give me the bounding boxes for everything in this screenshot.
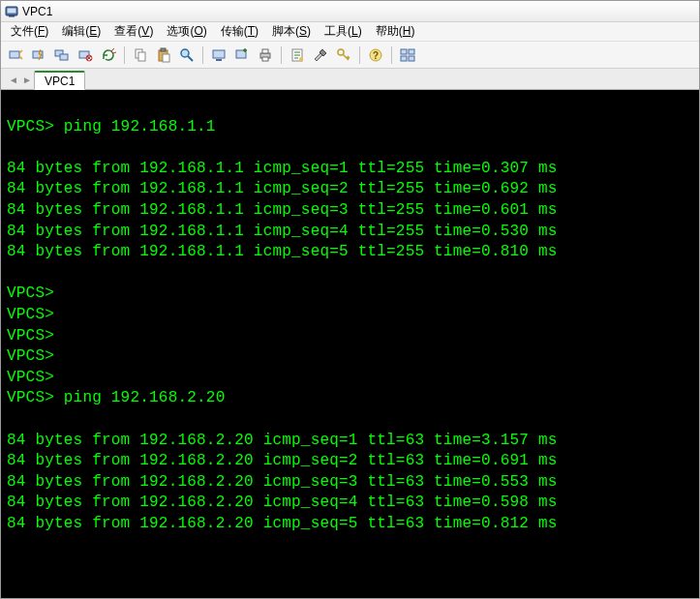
svg-rect-12 [161, 48, 166, 51]
svg-rect-26 [401, 49, 407, 54]
title-bar: VPC1 [1, 1, 699, 22]
svg-rect-13 [163, 54, 169, 62]
toolbar-separator [359, 46, 360, 64]
menu-transfer[interactable]: 传输(T) [215, 21, 264, 42]
tab-label: VPC1 [45, 75, 75, 88]
terminal-line: 84 bytes from 192.168.2.20 icmp_seq=2 tt… [7, 451, 693, 472]
terminal-line: VPCS> [7, 368, 693, 389]
terminal-line: VPCS> ping 192.168.1.1 [7, 117, 693, 138]
menu-tools[interactable]: 工具(L) [319, 21, 368, 42]
svg-rect-27 [409, 49, 414, 54]
disconnect-icon[interactable] [75, 45, 96, 66]
tab-scroll-right-icon[interactable]: ► [20, 70, 34, 89]
svg-rect-16 [216, 59, 222, 61]
tab-vpc1[interactable]: VPC1 [34, 71, 85, 90]
properties-icon[interactable] [287, 45, 308, 66]
menu-options[interactable]: 选项(O) [161, 21, 212, 42]
key-icon[interactable] [333, 45, 354, 66]
terminal-output[interactable]: VPCS> ping 192.168.1.1 84 bytes from 192… [1, 90, 699, 598]
menu-bar: 文件(F) 编辑(E) 查看(V) 选项(O) 传输(T) 脚本(S) 工具(L… [1, 22, 699, 42]
terminal-line: 84 bytes from 192.168.1.1 icmp_seq=3 ttl… [7, 200, 693, 222]
reconnect-all-icon[interactable] [98, 45, 119, 66]
terminal-line: VPCS> [7, 284, 693, 305]
svg-rect-3 [10, 51, 19, 58]
terminal-line: 84 bytes from 192.168.2.20 icmp_seq=4 tt… [7, 493, 693, 514]
terminal-line: 84 bytes from 192.168.1.1 icmp_seq=2 ttl… [7, 179, 693, 200]
terminal-line: 84 bytes from 192.168.1.1 icmp_seq=5 ttl… [7, 242, 693, 263]
terminal-line: 84 bytes from 192.168.2.20 icmp_seq=1 tt… [7, 431, 693, 452]
terminal-line: VPCS> [7, 326, 693, 347]
svg-point-14 [181, 49, 189, 57]
toolbar-separator [124, 46, 125, 64]
svg-point-22 [299, 57, 303, 61]
menu-script[interactable]: 脚本(S) [266, 21, 317, 42]
svg-rect-2 [9, 15, 15, 17]
tab-bar: ◄ ► VPC1 [1, 69, 699, 90]
svg-rect-15 [213, 50, 225, 58]
terminal-line: VPCS> ping 192.168.2.20 [7, 388, 693, 409]
terminal-line: 84 bytes from 192.168.2.20 icmp_seq=3 tt… [7, 472, 693, 494]
toolbar: ? [1, 42, 699, 69]
connect-icon[interactable] [5, 45, 26, 66]
svg-rect-28 [401, 56, 407, 61]
print-icon[interactable] [255, 45, 276, 66]
svg-rect-29 [409, 56, 414, 61]
paste-icon[interactable] [153, 45, 174, 66]
svg-rect-10 [138, 52, 145, 61]
svg-rect-20 [262, 57, 268, 61]
terminal-line: VPCS> [7, 346, 693, 368]
reconnect-icon[interactable] [51, 45, 73, 66]
terminal-line: 84 bytes from 192.168.1.1 icmp_seq=1 ttl… [7, 159, 693, 180]
svg-rect-1 [8, 8, 16, 13]
settings-icon[interactable] [310, 45, 331, 66]
menu-view[interactable]: 查看(V) [108, 21, 159, 42]
terminal-line [7, 263, 693, 285]
menu-file[interactable]: 文件(F) [5, 21, 54, 42]
toolbar-separator [391, 46, 392, 64]
toolbar-separator [281, 46, 282, 64]
find-icon[interactable] [176, 45, 198, 66]
terminal-line: VPCS> [7, 305, 693, 326]
terminal-line [7, 137, 693, 159]
window-title: VPC1 [22, 5, 52, 18]
print-screen-icon[interactable] [208, 45, 229, 66]
help-icon[interactable]: ? [365, 45, 386, 66]
tab-scroll-left-icon[interactable]: ◄ [7, 70, 20, 89]
terminal-line [7, 96, 693, 117]
terminal-line: 84 bytes from 192.168.1.1 icmp_seq=4 ttl… [7, 222, 693, 243]
copy-icon[interactable] [130, 45, 151, 66]
quick-connect-icon[interactable] [28, 45, 49, 66]
svg-text:?: ? [373, 50, 379, 61]
terminal-line [7, 409, 693, 431]
new-session-icon[interactable] [231, 45, 253, 66]
app-icon [5, 5, 18, 18]
toolbar-separator [202, 46, 203, 64]
svg-rect-6 [60, 54, 68, 60]
session-manager-icon[interactable] [397, 45, 418, 66]
menu-edit[interactable]: 编辑(E) [56, 21, 107, 42]
terminal-line: 84 bytes from 192.168.2.20 icmp_seq=5 tt… [7, 514, 693, 535]
svg-rect-19 [262, 49, 268, 53]
menu-help[interactable]: 帮助(H) [370, 21, 421, 42]
